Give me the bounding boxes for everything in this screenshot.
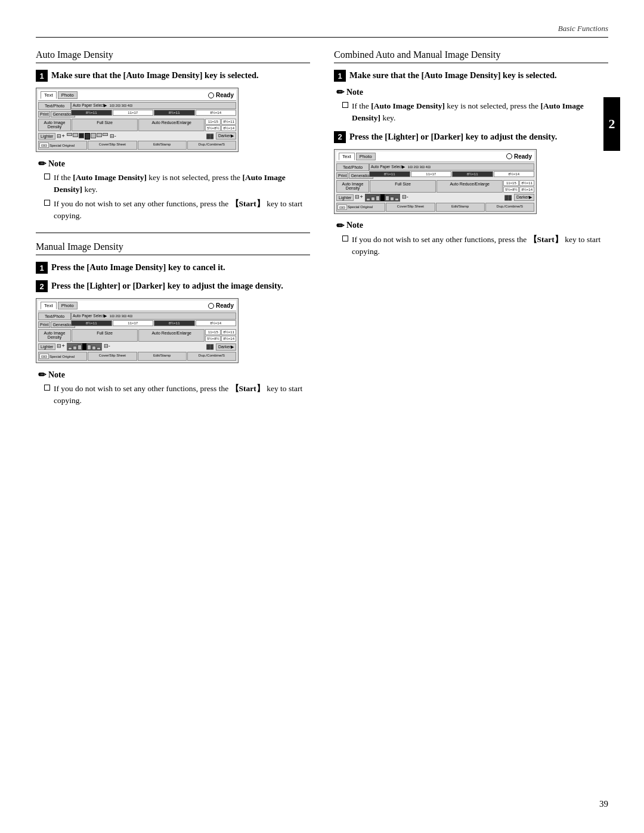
small-sizes-col6: 8½×11 8½×14: [519, 180, 534, 193]
note-icon-4: ✏: [336, 86, 344, 98]
print-btn-2[interactable]: Print: [38, 321, 50, 328]
checkbox-icon-1: [44, 174, 50, 179]
manual-step2: 2 Press the [Lighter] or [Darker] key to…: [36, 280, 310, 292]
page-number: 39: [599, 799, 608, 809]
paper-size3-4[interactable]: 8½×14: [494, 171, 535, 177]
density-bar-6: [97, 133, 102, 137]
auto-density-btn-2[interactable]: Auto Image Density: [38, 329, 71, 342]
auto-reduce-btn[interactable]: Auto Reduce/Enlarge: [138, 119, 205, 131]
combined-step2: 2 Press the [Lighter] or [Darker] key to…: [334, 131, 608, 143]
ready-indicator-2: Ready: [208, 302, 234, 309]
paper-size-3[interactable]: 8½×11: [154, 110, 195, 116]
combined-note-2: ✏ Note If you do not wish to set any oth…: [336, 220, 608, 258]
edit-stamp-btn-3[interactable]: Edit/Stamp: [436, 203, 485, 212]
paper-size-4[interactable]: 8½×14: [196, 110, 237, 116]
auto-reduce-btn-3[interactable]: Auto Reduce/Enlarge: [436, 180, 503, 193]
left-column: Auto Image Density 1 Make sure that the …: [36, 49, 310, 412]
screen-mockup-1: Text Photo Ready Text/Photo Print Genera…: [36, 88, 239, 152]
print-btn-3[interactable]: Print: [336, 172, 348, 179]
c-bar-7: [395, 198, 399, 201]
dup-combine-btn[interactable]: Dup./Combine/S: [187, 141, 236, 150]
c-bar-3: [376, 196, 380, 201]
small-sizes-col4: 8½×11 8½×14: [221, 329, 236, 342]
print-btn[interactable]: Print: [38, 111, 50, 117]
special-original-btn-2[interactable]: ⊟⊟ Special Original: [38, 352, 87, 361]
paper-select-label: Auto Paper Select▶ 1⊟ 2⊟ 3⊟ 4⊟: [71, 102, 236, 109]
special-original-btn[interactable]: ⊟⊟ Special Original: [38, 141, 87, 150]
combined-step1-text: Make sure that the [Auto Image Den­sity]…: [349, 69, 557, 81]
small-size-3: 8½×11: [221, 119, 236, 125]
paper-select-label-3: Auto Paper Select▶ 1⊟ 2⊟ 3⊟ 4⊟: [369, 163, 534, 171]
lighter-btn-3[interactable]: Lighter: [336, 194, 354, 201]
paper-size2-2[interactable]: 11×17: [113, 320, 154, 326]
paper-size-1[interactable]: 8½×11: [71, 110, 112, 116]
lighter-btn-2[interactable]: Lighter: [38, 343, 55, 350]
edit-stamp-btn-2[interactable]: Edit/Stamp: [138, 352, 187, 361]
paper-size2-1[interactable]: 8½×11: [71, 320, 112, 326]
c-bar-6: [390, 197, 394, 201]
c-bar-4: [380, 194, 385, 201]
text-photo-btn-3[interactable]: Text/Photo: [336, 163, 369, 171]
auto-image-density-heading: Auto Image Density: [36, 49, 310, 63]
header-title: Basic Functions: [558, 24, 608, 33]
note-icon-5: ✏: [336, 220, 344, 231]
density-bar-area-2: ⊟+ ⊟-: [57, 343, 204, 351]
dup-combine-btn-2[interactable]: Dup./Combine/S: [187, 352, 236, 361]
full-size-btn-2[interactable]: Full Size: [72, 329, 138, 342]
combined-note-2-item-1: If you do not wish to set any other func…: [342, 234, 608, 258]
tab2-text: Text: [41, 302, 57, 309]
checkbox-icon-4: [342, 102, 348, 108]
auto-density-btn-3[interactable]: Auto Image Density: [336, 180, 369, 193]
manual-image-density-heading: Manual Image Density: [36, 241, 310, 255]
ready-text-3: Ready: [514, 153, 532, 160]
text-photo-btn-2[interactable]: Text/Photo: [38, 312, 71, 320]
small-size-4: 8½×14: [221, 125, 236, 131]
manual-note-title: ✏ Note: [38, 369, 310, 380]
section-divider-1: [36, 233, 310, 233]
darker-btn[interactable]: Darker▶: [216, 132, 236, 140]
full-size-btn[interactable]: Full Size: [72, 119, 138, 131]
density-bar-area-3: ⊟+ ⊟-: [355, 194, 502, 202]
combined-step2-num: 2: [334, 131, 346, 143]
manual-step1: 1 Press the [Auto Image Density] key to …: [36, 261, 310, 274]
tab-photo: Photo: [58, 91, 78, 99]
checkbox-icon-3: [44, 385, 50, 391]
darker-btn-3[interactable]: Darker▶: [514, 194, 534, 201]
right-column: 2 Combined Auto and Manual Image Density…: [334, 49, 608, 412]
ready-indicator: Ready: [208, 92, 234, 98]
cover-slip-btn-3[interactable]: Cover/Slip Sheet: [386, 203, 435, 212]
auto-reduce-btn-2[interactable]: Auto Reduce/Enlarge: [138, 329, 205, 342]
paper-size3-2[interactable]: 11×17: [411, 171, 452, 177]
paper-size3-3[interactable]: 8½×11: [452, 171, 493, 177]
paper-size2-4[interactable]: 8½×14: [196, 320, 237, 326]
paper-size2-3[interactable]: 8½×11: [154, 320, 195, 326]
manual-step1-text: Press the [Auto Image Density] key to ca…: [51, 261, 225, 273]
paper-size-2[interactable]: 11×17: [113, 110, 154, 116]
density-bar-3: [79, 133, 84, 138]
special-original-btn-3[interactable]: ⊟⊟ Special Original: [336, 203, 385, 212]
full-size-btn-3[interactable]: Full Size: [370, 180, 436, 193]
ready-circle-icon-2: [208, 303, 214, 309]
edit-stamp-btn[interactable]: Edit/Stamp: [138, 141, 187, 150]
combined-step1: 1 Make sure that the [Auto Image Den­sit…: [334, 69, 608, 82]
ready-text: Ready: [216, 92, 234, 98]
screen-mockup-2: Text Photo Ready Text/Photo Print Genera…: [36, 298, 239, 363]
cover-slip-btn-2[interactable]: Cover/Slip Sheet: [88, 352, 137, 361]
lighter-btn[interactable]: Lighter: [38, 133, 55, 140]
combined-note-1: ✏ Note If the [Auto Image Density] key i…: [336, 86, 608, 125]
dup-combine-btn-3[interactable]: Dup./Combine/S: [485, 203, 534, 212]
text-photo-btn[interactable]: Text/Photo: [38, 102, 71, 110]
combined-step1-num: 1: [334, 70, 346, 82]
auto-note-1-item-2: If you do not wish to set any other func…: [44, 198, 310, 222]
small-size-2: 5½×8½: [205, 125, 221, 131]
tab3-text: Text: [339, 153, 355, 160]
tab-text: Text: [41, 91, 57, 99]
auto-density-btn[interactable]: Auto Image Density: [38, 119, 71, 131]
ready-circle-icon-3: [506, 153, 512, 159]
tab2-photo: Photo: [58, 302, 78, 309]
paper-size3-1[interactable]: 8½×11: [369, 171, 410, 177]
manual-note: ✏ Note If you do not wish to set any oth…: [38, 369, 310, 407]
cover-slip-btn[interactable]: Cover/Slip Sheet: [88, 141, 137, 150]
density-bar-7: [103, 133, 108, 136]
darker-btn-2[interactable]: Darker▶: [216, 343, 236, 351]
